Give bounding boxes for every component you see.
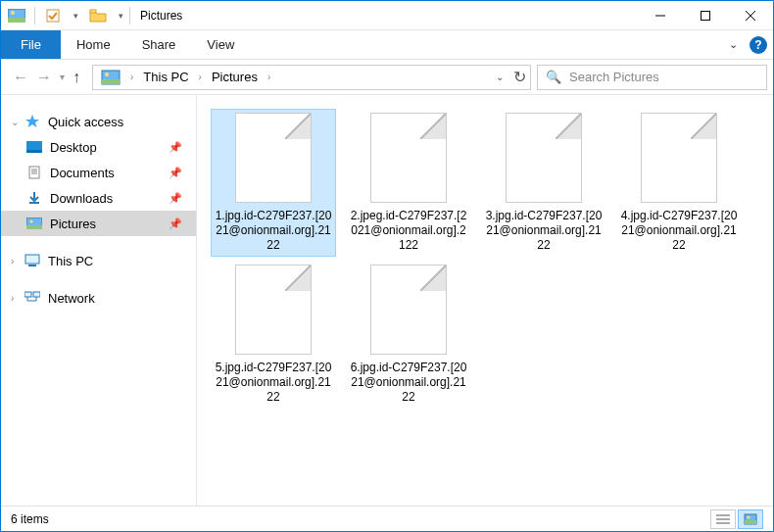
sidebar-item-label: Documents: [50, 166, 115, 180]
ribbon-tabs: File Home Share View ⌄ ?: [1, 30, 773, 60]
window-controls: [638, 1, 773, 29]
file-thumbnail: [370, 265, 447, 355]
status-bar: 6 items: [1, 506, 773, 531]
back-button[interactable]: ←: [13, 69, 28, 86]
svg-rect-24: [24, 292, 31, 297]
breadcrumb-thispc[interactable]: This PC: [139, 68, 192, 86]
chevron-down-icon[interactable]: ⌄: [11, 117, 21, 127]
sidebar-item-pictures[interactable]: Pictures 📌: [1, 211, 196, 236]
chevron-right-icon[interactable]: ›: [126, 72, 137, 82]
sidebar-network[interactable]: › Network: [1, 285, 196, 311]
chevron-right-icon[interactable]: ›: [195, 72, 206, 82]
star-icon: [23, 115, 42, 128]
sidebar-item-label: Pictures: [50, 217, 96, 231]
file-item[interactable]: 5.jpg.id-C279F237.[2021@onionmail.org].2…: [211, 261, 336, 409]
address-bar[interactable]: › This PC › Pictures › ⌄ ↻: [92, 65, 531, 90]
sidebar-this-pc[interactable]: › This PC: [1, 248, 196, 273]
window-title: Pictures: [140, 9, 182, 23]
sidebar-item-label: Downloads: [50, 191, 113, 206]
file-thumbnail: [370, 113, 447, 203]
svg-rect-33: [745, 520, 756, 524]
main-split: ⌄ Quick access Desktop 📌 Documents 📌 Dow…: [1, 95, 773, 506]
sidebar-item-desktop[interactable]: Desktop 📌: [1, 134, 196, 160]
network-icon: [23, 291, 42, 305]
search-icon: 🔍: [546, 70, 561, 84]
svg-rect-4: [90, 10, 96, 13]
details-view-button[interactable]: [710, 509, 736, 529]
page-fold-icon: [691, 114, 716, 139]
svg-rect-3: [47, 10, 59, 22]
chevron-right-icon[interactable]: ›: [264, 72, 274, 82]
ribbon-expand-icon[interactable]: ⌄: [723, 36, 744, 53]
sidebar-item-documents[interactable]: Documents 📌: [1, 160, 196, 185]
view-tab[interactable]: View: [191, 30, 250, 59]
svg-rect-25: [33, 292, 40, 297]
address-bar-row: ← → ▾ ↑ › This PC › Pictures › ⌄ ↻ 🔍: [1, 60, 773, 95]
folder-type-icon: [101, 68, 121, 87]
share-tab[interactable]: Share: [126, 30, 192, 59]
file-name: 2.jpeg.id-C279F237.[2021@onionmail.org].…: [350, 209, 467, 253]
file-item[interactable]: 6.jpg.id-C279F237.[2021@onionmail.org].2…: [346, 261, 471, 409]
page-fold-icon: [556, 114, 581, 139]
pin-icon: 📌: [169, 218, 182, 230]
qat-overflow-icon[interactable]: ▾: [114, 5, 127, 26]
address-dropdown-icon[interactable]: ⌄: [496, 72, 504, 82]
history-dropdown-icon[interactable]: ▾: [60, 72, 65, 82]
navigation-pane: ⌄ Quick access Desktop 📌 Documents 📌 Dow…: [1, 95, 197, 506]
pin-icon: 📌: [169, 167, 182, 179]
desktop-icon: [24, 141, 44, 153]
help-icon[interactable]: ?: [750, 36, 767, 54]
forward-button[interactable]: →: [36, 69, 52, 86]
svg-point-2: [11, 11, 15, 15]
file-item[interactable]: 3.jpg.id-C279F237.[2021@onionmail.org].2…: [481, 109, 606, 257]
qat-properties-icon[interactable]: [37, 5, 69, 26]
page-fold-icon: [420, 266, 446, 291]
status-text: 6 items: [11, 512, 49, 526]
file-item[interactable]: 4.jpg.id-C279F237.[2021@onionmail.org].2…: [616, 109, 742, 257]
svg-point-11: [105, 73, 109, 76]
maximize-button[interactable]: [683, 1, 728, 30]
thumbnails-view-button[interactable]: [738, 509, 763, 529]
up-button[interactable]: ↑: [73, 69, 80, 86]
title-bar: ▾ ▾ Pictures: [1, 1, 773, 30]
app-icon[interactable]: [1, 5, 32, 26]
chevron-right-icon[interactable]: ›: [11, 256, 21, 266]
svg-rect-23: [28, 265, 36, 266]
file-item[interactable]: 2.jpeg.id-C279F237.[2021@onionmail.org].…: [346, 109, 471, 257]
pictures-icon: [24, 218, 44, 229]
file-tab[interactable]: File: [1, 30, 61, 59]
refresh-icon[interactable]: ↻: [513, 68, 526, 86]
sidebar-item-label: Quick access: [48, 115, 123, 129]
close-button[interactable]: [728, 1, 773, 30]
file-name: 5.jpg.id-C279F237.[2021@onionmail.org].2…: [215, 361, 332, 405]
svg-rect-10: [102, 79, 120, 84]
chevron-right-icon[interactable]: ›: [11, 293, 21, 304]
home-tab[interactable]: Home: [61, 30, 126, 59]
page-fold-icon: [285, 114, 311, 139]
documents-icon: [24, 166, 44, 179]
page-fold-icon: [285, 266, 311, 291]
sidebar-item-downloads[interactable]: Downloads 📌: [1, 185, 196, 211]
file-thumbnail: [506, 113, 582, 203]
svg-rect-13: [26, 150, 42, 153]
file-name: 6.jpg.id-C279F237.[2021@onionmail.org].2…: [350, 361, 467, 405]
svg-rect-14: [29, 167, 39, 178]
minimize-button[interactable]: [638, 1, 683, 30]
file-thumbnail: [235, 265, 312, 355]
qat-dropdown-icon[interactable]: ▾: [69, 5, 82, 26]
file-grid[interactable]: 1.jpg.id-C279F237.[2021@onionmail.org].2…: [197, 95, 773, 506]
file-name: 1.jpg.id-C279F237.[2021@onionmail.org].2…: [215, 209, 332, 253]
search-input[interactable]: [569, 70, 758, 84]
sidebar-quick-access[interactable]: ⌄ Quick access: [1, 109, 196, 134]
pin-icon: 📌: [169, 141, 182, 154]
breadcrumb-current[interactable]: Pictures: [208, 68, 262, 86]
sidebar-item-label: Network: [48, 291, 95, 306]
file-thumbnail: [641, 113, 717, 203]
file-name: 4.jpg.id-C279F237.[2021@onionmail.org].2…: [620, 209, 738, 253]
search-box[interactable]: 🔍: [537, 65, 767, 90]
page-fold-icon: [420, 114, 446, 139]
file-item[interactable]: 1.jpg.id-C279F237.[2021@onionmail.org].2…: [211, 109, 336, 257]
qat-folder-icon[interactable]: [82, 5, 114, 26]
this-pc-icon: [23, 254, 42, 267]
svg-rect-1: [8, 18, 25, 23]
